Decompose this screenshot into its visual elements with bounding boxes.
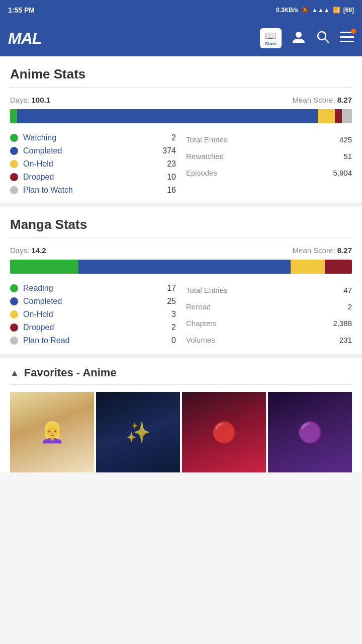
- stat-label: Plan to Watch: [23, 186, 151, 195]
- stat-dot: [10, 173, 18, 181]
- anime-progress-bar: [10, 109, 352, 123]
- anime-stats-title: Anime Stats: [10, 66, 352, 88]
- stat-value: 3: [156, 310, 176, 319]
- wifi-icon: 📶: [333, 7, 340, 14]
- manga-stat-item[interactable]: On-Hold 3: [10, 310, 176, 319]
- time: 1:55 PM: [8, 6, 35, 14]
- stat-value: 2: [156, 133, 176, 142]
- favorites-header: ▲ Favorites - Anime: [10, 366, 352, 385]
- anime-days: Days: 100.1: [10, 96, 50, 104]
- manga-stat-item[interactable]: Completed 25: [10, 297, 176, 306]
- right-stat-label: Episodes: [186, 169, 217, 177]
- menu-button[interactable]: [340, 31, 354, 46]
- stat-value: 16: [156, 186, 176, 195]
- stat-label: Watching: [23, 133, 151, 142]
- stat-dot: [10, 310, 18, 318]
- right-stat-value: 2,388: [333, 319, 352, 328]
- stat-value: 2: [156, 323, 176, 332]
- anime-mean-score: Mean Score: 8.27: [293, 96, 352, 104]
- manga-right-stat-item: Total Entries 47: [186, 284, 352, 296]
- stat-label: Dropped: [23, 323, 151, 332]
- signal-icon: ▲▲▲: [312, 7, 330, 14]
- stat-dot: [10, 134, 18, 142]
- store-label: Store: [265, 41, 277, 46]
- right-stat-label: Volumes: [186, 336, 215, 344]
- favorites-title: Favorites - Anime: [24, 366, 117, 379]
- manga-right-stat-item: Chapters 2,388: [186, 317, 352, 330]
- anime-thumbnail[interactable]: ✨: [96, 392, 180, 472]
- mute-icon: 🔕: [301, 7, 309, 14]
- store-button[interactable]: 📖 Store: [260, 28, 282, 48]
- svg-rect-4: [340, 36, 354, 38]
- stat-value: 0: [156, 336, 176, 345]
- svg-point-1: [318, 32, 326, 40]
- right-stat-value: 51: [343, 152, 352, 160]
- stat-label: Plan to Read: [23, 336, 151, 345]
- right-stat-value: 47: [343, 286, 352, 294]
- anime-thumbnail[interactable]: 🟣: [268, 392, 352, 472]
- stat-label: Completed: [23, 297, 151, 306]
- battery-icon: [69]: [343, 7, 354, 14]
- thumbnails-row: 👱‍♀️✨🔴🟣: [10, 392, 352, 472]
- profile-button[interactable]: [292, 30, 306, 47]
- anime-right-stat-item: Episodes 5,904: [186, 167, 352, 179]
- stat-dot: [10, 324, 18, 332]
- stat-label: Completed: [23, 146, 151, 155]
- right-stat-label: Total Entries: [186, 286, 228, 294]
- manga-progress-bar: [10, 260, 352, 274]
- right-stat-label: Chapters: [186, 319, 217, 328]
- stat-value: 374: [156, 146, 176, 155]
- manga-days-row: Days: 14.2 Mean Score: 8.27: [10, 246, 352, 255]
- anime-days-row: Days: 100.1 Mean Score: 8.27: [10, 96, 352, 104]
- stat-label: On-Hold: [23, 159, 151, 169]
- manga-stats-grid: Reading 17 Completed 25 On-Hold 3 Droppe…: [10, 284, 352, 346]
- manga-right-stats: Total Entries 47 Reread 2 Chapters 2,388…: [176, 284, 352, 346]
- right-stat-value: 5,904: [333, 169, 352, 177]
- anime-stat-item[interactable]: Watching 2: [10, 133, 176, 142]
- svg-line-2: [325, 39, 329, 43]
- status-icons: 0.3KB/s 🔕 ▲▲▲ 📶 [69]: [276, 7, 354, 14]
- manga-mean-score: Mean Score: 8.27: [293, 246, 352, 255]
- anime-stat-item[interactable]: Dropped 10: [10, 173, 176, 182]
- right-stat-value: 231: [339, 336, 352, 344]
- stat-dot: [10, 160, 18, 168]
- speed: 0.3KB/s: [276, 7, 298, 14]
- stat-label: On-Hold: [23, 310, 151, 319]
- mal-logo[interactable]: MAL: [8, 29, 254, 48]
- anime-stats-section: Anime Stats Days: 100.1 Mean Score: 8.27…: [0, 56, 362, 207]
- stat-dot: [10, 337, 18, 345]
- manga-days: Days: 14.2: [10, 246, 46, 255]
- anime-right-stat-item: Total Entries 425: [186, 133, 352, 146]
- anime-stat-item[interactable]: On-Hold 23: [10, 159, 176, 169]
- manga-right-stat-item: Volumes 231: [186, 334, 352, 346]
- manga-stat-item[interactable]: Reading 17: [10, 284, 176, 293]
- anime-stats-grid: Watching 2 Completed 374 On-Hold 23 Drop…: [10, 133, 352, 195]
- anime-left-stats: Watching 2 Completed 374 On-Hold 23 Drop…: [10, 133, 176, 195]
- anime-stat-item[interactable]: Completed 374: [10, 146, 176, 155]
- status-bar: 1:55 PM 0.3KB/s 🔕 ▲▲▲ 📶 [69]: [0, 0, 362, 20]
- svg-rect-5: [340, 41, 354, 42]
- stat-dot: [10, 186, 18, 194]
- manga-stats-section: Manga Stats Days: 14.2 Mean Score: 8.27 …: [0, 207, 362, 358]
- right-stat-value: 2: [348, 302, 352, 311]
- stat-label: Reading: [23, 284, 151, 293]
- right-stat-label: Rewatched: [186, 152, 224, 160]
- stat-label: Dropped: [23, 173, 151, 182]
- stat-value: 25: [156, 297, 176, 306]
- manga-stat-item[interactable]: Plan to Read 0: [10, 336, 176, 345]
- anime-right-stats: Total Entries 425 Rewatched 51 Episodes …: [176, 133, 352, 195]
- right-stat-value: 425: [339, 135, 352, 144]
- anime-stat-item[interactable]: Plan to Watch 16: [10, 186, 176, 195]
- manga-stat-item[interactable]: Dropped 2: [10, 323, 176, 332]
- header-icons: 📖 Store: [260, 28, 354, 48]
- anime-thumbnail[interactable]: 🔴: [182, 392, 266, 472]
- stat-value: 23: [156, 159, 176, 169]
- search-button[interactable]: [316, 30, 330, 47]
- right-stat-label: Total Entries: [186, 135, 228, 144]
- store-book-icon: 📖: [265, 30, 276, 41]
- stat-value: 17: [156, 284, 176, 293]
- anime-thumbnail[interactable]: 👱‍♀️: [10, 392, 94, 472]
- right-stat-label: Reread: [186, 302, 211, 311]
- stat-dot: [10, 284, 18, 292]
- stat-dot: [10, 147, 18, 155]
